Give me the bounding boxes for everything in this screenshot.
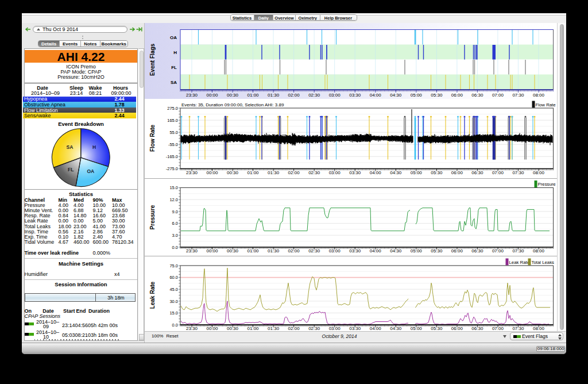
svg-text:30.0: 30.0 [169,299,178,304]
svg-text:04:00: 04:00 [370,248,382,254]
svg-text:Event Flags: Event Flags [149,44,156,76]
svg-text:06:00: 06:00 [451,93,463,98]
svg-text:55.0: 55.0 [169,130,178,135]
svg-text:03:30: 03:30 [349,170,361,175]
svg-text:06:30: 06:30 [471,170,483,175]
svg-text:03:30: 03:30 [349,248,361,254]
svg-text:06:30: 06:30 [471,93,483,98]
svg-text:23:30: 23:30 [186,170,198,175]
svg-text:03:00: 03:00 [329,170,341,175]
svg-text:06:00: 06:00 [451,170,463,175]
svg-text:07:00: 07:00 [492,93,504,98]
svg-text:00:30: 00:30 [227,248,239,254]
svg-text:03:30: 03:30 [349,93,361,98]
svg-text:OA: OA [170,35,177,40]
svg-text:01:30: 01:30 [268,248,280,254]
svg-text:02:00: 02:00 [288,248,300,254]
svg-text:07:30: 07:30 [512,248,524,254]
svg-text:15.0: 15.0 [169,185,178,190]
svg-text:00:30: 00:30 [227,93,239,98]
svg-text:Events: 35, Duration 09:00:00,: Events: 35, Duration 09:00:00, Selection… [181,102,284,107]
svg-text:00:00: 00:00 [206,93,218,98]
svg-text:05:00: 05:00 [411,93,423,98]
svg-text:05:30: 05:30 [431,93,443,98]
svg-text:H: H [92,144,96,150]
svg-text:Pressure: Pressure [538,182,556,187]
svg-text:60.0: 60.0 [169,275,178,280]
svg-text:275.0: 275.0 [167,106,178,111]
svg-text:-275.0: -275.0 [166,166,178,171]
svg-text:3.0: 3.0 [172,233,178,238]
svg-text:H: H [173,50,177,55]
svg-text:0.0: 0.0 [172,245,178,250]
svg-text:Total Leaks: Total Leaks [532,260,555,265]
svg-text:00:30: 00:30 [227,170,239,175]
svg-text:00:00: 00:00 [206,170,218,175]
svg-text:08:00: 08:00 [533,93,545,98]
svg-text:Flow Rate: Flow Rate [536,102,556,107]
svg-text:45.0: 45.0 [169,287,178,292]
svg-text:01:30: 01:30 [268,93,280,98]
svg-text:15.0: 15.0 [169,310,178,316]
svg-text:07:30: 07:30 [512,170,524,175]
svg-text:01:00: 01:00 [247,248,260,254]
svg-text:05:30: 05:30 [431,248,443,254]
svg-text:02:30: 02:30 [308,170,320,175]
svg-text:Leak Rate: Leak Rate [509,260,530,265]
svg-text:0.0: 0.0 [172,322,178,328]
svg-text:9.0: 9.0 [172,209,178,214]
svg-text:02:30: 02:30 [308,248,320,254]
svg-text:-55.0: -55.0 [168,142,178,147]
svg-text:01:00: 01:00 [247,93,260,98]
svg-text:OA: OA [87,168,94,174]
svg-text:07:00: 07:00 [492,170,504,175]
svg-text:08:00: 08:00 [533,170,545,175]
svg-text:-165.0: -165.0 [166,154,178,159]
svg-text:6.0: 6.0 [172,221,178,226]
svg-text:02:30: 02:30 [308,93,320,98]
svg-text:04:30: 04:30 [390,93,402,98]
svg-text:Flow Rate: Flow Rate [149,124,156,152]
svg-text:07:00: 07:00 [492,248,504,254]
svg-text:23:30: 23:30 [186,93,198,98]
svg-text:FL: FL [171,65,177,70]
svg-text:Pressure: Pressure [149,205,156,229]
svg-text:05:30: 05:30 [431,170,443,175]
svg-text:02:00: 02:00 [288,93,300,98]
svg-text:75.0: 75.0 [169,263,178,268]
svg-text:02:00: 02:00 [288,170,300,175]
svg-text:12.0: 12.0 [169,197,178,202]
svg-text:05:00: 05:00 [411,248,423,254]
svg-text:165.0: 165.0 [167,118,178,123]
svg-text:03:00: 03:00 [329,93,341,98]
svg-text:05:00: 05:00 [411,170,423,175]
svg-text:08:00: 08:00 [533,248,545,254]
svg-text:FL: FL [68,166,74,172]
svg-text:SA: SA [66,144,73,149]
svg-text:00:00: 00:00 [206,248,218,254]
svg-text:Leak Rate: Leak Rate [149,281,156,309]
svg-text:04:00: 04:00 [370,93,382,98]
svg-text:04:30: 04:30 [390,248,402,254]
svg-text:07:30: 07:30 [512,93,524,98]
svg-text:06:30: 06:30 [471,248,483,254]
svg-text:06:00: 06:00 [451,248,463,254]
svg-text:03:00: 03:00 [329,248,341,254]
svg-text:04:30: 04:30 [390,170,402,175]
svg-text:SA: SA [171,80,177,85]
svg-text:01:30: 01:30 [268,170,280,175]
svg-text:04:00: 04:00 [370,170,382,175]
svg-text:23:30: 23:30 [186,248,198,254]
svg-text:01:00: 01:00 [247,170,260,175]
